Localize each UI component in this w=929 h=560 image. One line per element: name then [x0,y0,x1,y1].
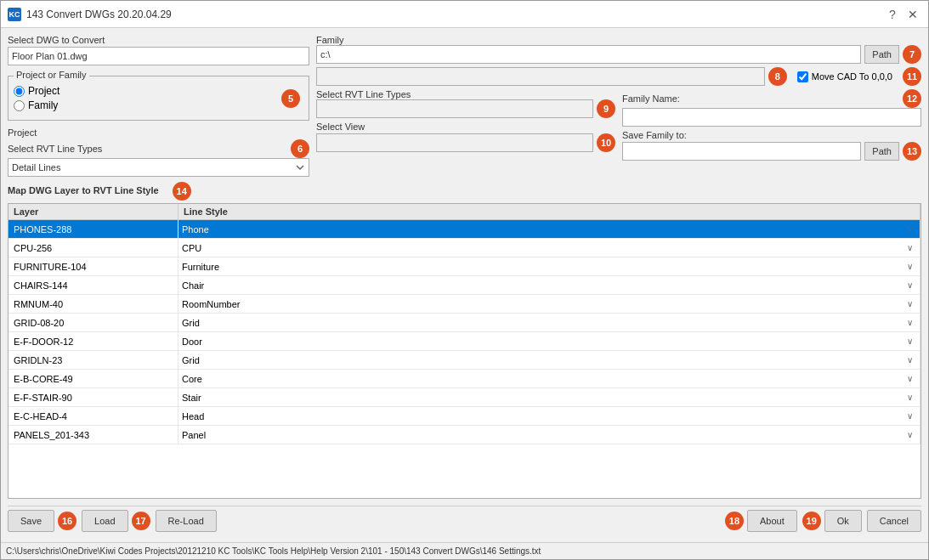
style-dropdown-arrow[interactable]: ∨ [904,374,916,383]
status-bar: C:\Users\chris\OneDrive\Kiwi Codes Proje… [1,542,928,559]
family-rvt-label: Select RVT Line Types [316,89,411,99]
close-button[interactable]: ✕ [904,6,921,23]
title-bar: KC 143 Convert DWGs 20.20.04.29 ? ✕ [1,1,928,28]
select-rvt-row: Select RVT Line Types 6 [8,139,309,158]
right-panel: Family Path 7 8 Move [316,35,921,177]
save-family-label: Save Family to: [622,130,921,140]
table-row[interactable]: E-B-CORE-49Core∨ [8,370,921,388]
status-text: C:\Users\chris\OneDrive\Kiwi Codes Proje… [6,546,541,556]
style-dropdown-arrow[interactable]: ∨ [904,355,916,365]
table-row[interactable]: PHONES-288Phone∨ [8,220,921,239]
project-radio[interactable] [14,86,25,97]
map-table[interactable]: Layer Line Style PHONES-288Phone∨CPU-256… [8,203,921,499]
family-path-row: Path 7 [316,45,921,64]
app-icon: KC [8,8,21,21]
table-row[interactable]: FURNITURE-104Furniture∨ [8,257,921,276]
style-dropdown-arrow[interactable]: ∨ [904,243,916,252]
badge-16: 16 [58,512,76,530]
title-bar-controls: ? ✕ [884,6,921,23]
family-path-input[interactable] [316,45,861,64]
style-dropdown-arrow[interactable]: ∨ [904,280,916,290]
style-dropdown-arrow[interactable]: ∨ [904,337,916,346]
family-rvt-select[interactable] [316,99,593,118]
ok-button[interactable]: Ok [824,510,862,532]
style-cell: Head∨ [178,407,921,425]
save-family-row: Path 13 [622,142,921,161]
move-cad-checkbox[interactable] [797,71,808,82]
style-dropdown-arrow[interactable]: ∨ [904,224,916,234]
select-view-section: Select View 10 [316,122,615,152]
badge-19: 19 [802,512,821,530]
badge-17: 17 [132,512,150,530]
style-cell: Door∨ [178,332,921,350]
badge-11: 11 [903,67,921,86]
style-cell: Panel∨ [178,426,921,444]
table-row[interactable]: GRID-08-20Grid∨ [8,314,921,332]
select-view-select[interactable] [316,133,593,152]
layer-cell: CHAIRS-144 [8,276,178,294]
style-dropdown-arrow[interactable]: ∨ [904,393,916,402]
badge-13: 13 [903,142,921,161]
style-dropdown-arrow[interactable]: ∨ [904,299,916,308]
layer-cell: CPU-256 [8,239,178,257]
layer-cell: E-B-CORE-49 [8,370,178,387]
layer-cell: GRID-08-20 [8,314,178,331]
help-button[interactable]: ? [884,6,901,23]
table-row[interactable]: PANELS_201-343Panel∨ [8,426,921,444]
about-button[interactable]: About [747,510,797,532]
table-header: Layer Line Style [8,204,921,220]
layer-cell: PANELS_201-343 [8,426,178,444]
family-label: Family [28,99,58,111]
about-badge-row: 18 About [725,510,797,532]
table-row[interactable]: CHAIRS-144Chair∨ [8,276,921,295]
style-cell: RoomNumber∨ [178,295,921,313]
save-badge-row: Save 16 [8,510,76,532]
move-cad-label: Move CAD To 0,0,0 [797,71,892,82]
save-family-input[interactable] [622,142,861,161]
style-dropdown-arrow[interactable]: ∨ [904,411,916,421]
layer-cell: E-F-STAIR-90 [8,388,178,406]
table-row[interactable]: CPU-256CPU∨ [8,239,921,257]
style-cell: Grid∨ [178,351,921,369]
style-dropdown-arrow[interactable]: ∨ [904,262,916,271]
top-section: Select DWG to Convert Project or Family … [8,35,921,177]
family-name-section: Family Name: 12 [622,89,921,127]
family-radio[interactable] [14,100,25,111]
family-dropdown[interactable] [316,67,765,86]
style-dropdown-arrow[interactable]: ∨ [904,430,916,439]
family-rvt-input-row: 9 [316,99,615,118]
table-row[interactable]: E-C-HEAD-4Head∨ [8,407,921,426]
save-family-section: Save Family to: Path 13 [622,130,921,161]
badge-12: 12 [903,89,921,108]
family-section-label: Family [316,35,343,45]
family-name-label: Family Name: [622,93,680,104]
map-section-label: Map DWG Layer to RVT Line Style [8,185,159,195]
save-family-path-button[interactable]: Path [864,142,899,161]
load-button[interactable]: Load [82,510,127,532]
reload-button[interactable]: Re-Load [156,510,217,532]
style-cell: Furniture∨ [178,257,921,275]
table-row[interactable]: E-F-DOOR-12Door∨ [8,332,921,351]
save-button[interactable]: Save [8,510,54,532]
badge-5: 5 [281,89,300,108]
right-cols: Select RVT Line Types 9 Select V [316,89,921,177]
badge-14: 14 [173,182,191,201]
layer-cell: E-F-DOOR-12 [8,332,178,350]
layer-cell: PHONES-288 [8,220,178,238]
style-cell: Phone∨ [178,220,921,238]
select-view-input-row: 10 [316,133,615,152]
family-path-button[interactable]: Path [864,45,899,64]
left-panel: Select DWG to Convert Project or Family … [8,35,309,177]
family-dropdown-row: 8 Move CAD To 0,0,0 11 [316,67,921,86]
table-row[interactable]: GRIDLN-23Grid∨ [8,351,921,370]
dwg-input[interactable] [8,47,309,65]
radio-group: Project Family 5 [14,82,303,115]
table-row[interactable]: RMNUM-40RoomNumber∨ [8,295,921,314]
rvt-line-types-select[interactable]: Detail Lines [8,158,309,177]
window-title: 143 Convert DWGs 20.20.04.29 [26,8,172,20]
style-dropdown-arrow[interactable]: ∨ [904,318,916,327]
cancel-button[interactable]: Cancel [867,510,921,532]
family-name-input[interactable] [622,108,921,127]
family-radio-row: Family [14,99,278,111]
table-row[interactable]: E-F-STAIR-90Stair∨ [8,388,921,407]
